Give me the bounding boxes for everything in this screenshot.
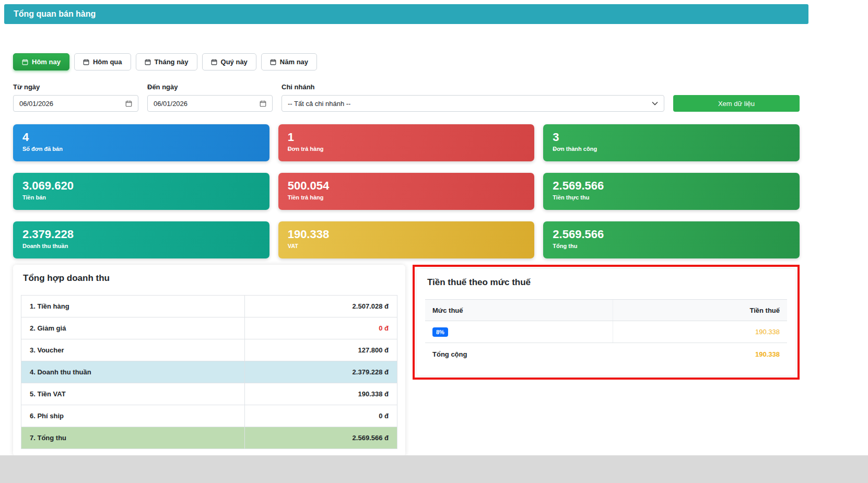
calendar-icon bbox=[22, 59, 28, 65]
stat-label: Doanh thu thuần bbox=[22, 243, 260, 249]
row-label: 1. Tiền hàng bbox=[21, 296, 245, 317]
page-header: Tổng quan bán hàng bbox=[4, 4, 808, 24]
tax-amount-column-header: Tiền thuế bbox=[613, 307, 787, 314]
row-label: 3. Voucher bbox=[21, 339, 245, 361]
calendar-icon bbox=[270, 59, 276, 65]
table-row: 2. Giảm giá 0 đ bbox=[21, 317, 397, 339]
row-value: 2.569.566 đ bbox=[245, 427, 397, 449]
row-value: 2.507.028 đ bbox=[245, 296, 397, 317]
table-row: 6. Phí ship 0 đ bbox=[21, 405, 397, 427]
row-value: 0 đ bbox=[245, 317, 397, 339]
tax-rate-badge[interactable]: 8% bbox=[432, 327, 448, 337]
stat-card-orders-sold: 4 Số đơn đã bán bbox=[13, 124, 269, 161]
table-row: 5. Tiền VAT 190.338 đ bbox=[21, 383, 397, 405]
row-label: 4. Doanh thu thuần bbox=[21, 361, 245, 383]
row-value: 127.800 đ bbox=[245, 339, 397, 361]
filter-form-labels: Từ ngày Đến ngày Chi nhánh bbox=[13, 83, 800, 91]
view-data-button[interactable]: Xem dữ liệu bbox=[673, 95, 800, 112]
stat-value: 4 bbox=[22, 131, 260, 144]
stat-label: Đơn trả hàng bbox=[288, 146, 525, 152]
filter-this-year-button[interactable]: Năm nay bbox=[261, 53, 317, 70]
stat-card-grid: 4 Số đơn đã bán 1 Đơn trả hàng 3 Đơn thà… bbox=[13, 124, 800, 258]
to-date-value: 06/01/2026 bbox=[154, 100, 187, 108]
row-value: 190.338 đ bbox=[245, 383, 397, 405]
tax-panel: Tiền thuế theo mức thuế Mức thuế Tiền th… bbox=[417, 269, 795, 375]
table-row: 1. Tiền hàng 2.507.028 đ bbox=[21, 296, 397, 317]
tax-amount-cell: 190.338 bbox=[613, 328, 787, 336]
tax-total-label: Tổng cộng bbox=[425, 350, 613, 358]
chevron-down-icon bbox=[652, 101, 658, 105]
row-label: 2. Giảm giá bbox=[21, 317, 245, 339]
stat-card-orders-returned: 1 Đơn trả hàng bbox=[278, 124, 535, 161]
stat-label: Tổng thu bbox=[553, 243, 790, 249]
tax-table-row: 8% 190.338 bbox=[425, 321, 787, 343]
row-value: 2.379.228 đ bbox=[245, 361, 397, 383]
stat-label: Đơn thành công bbox=[553, 146, 790, 152]
quick-filter-bar: Hôm nay Hôm qua Tháng này Quý này Năm na… bbox=[13, 53, 800, 70]
filter-this-month-button[interactable]: Tháng này bbox=[136, 53, 197, 70]
stat-label: VAT bbox=[288, 243, 525, 249]
from-date-value: 06/01/2026 bbox=[19, 100, 53, 108]
filter-form-row: 06/01/2026 06/01/2026 -- Tất cả chi nhán… bbox=[13, 95, 800, 112]
filter-button-label: Năm nay bbox=[280, 58, 308, 66]
branch-select[interactable]: -- Tất cả chi nhánh -- bbox=[281, 95, 664, 112]
row-label: 6. Phí ship bbox=[21, 405, 245, 427]
to-date-label: Đến ngày bbox=[147, 83, 273, 91]
tax-table-total-row: Tổng cộng 190.338 bbox=[425, 343, 787, 365]
page-bottom-strip bbox=[0, 455, 868, 483]
stat-label: Tiền thực thu bbox=[553, 194, 790, 201]
filter-yesterday-button[interactable]: Hôm qua bbox=[74, 53, 131, 70]
tax-total-value: 190.338 bbox=[613, 350, 787, 358]
row-label: 5. Tiền VAT bbox=[21, 383, 245, 405]
filter-this-quarter-button[interactable]: Quý này bbox=[202, 53, 256, 70]
stat-value: 3.069.620 bbox=[22, 179, 260, 193]
stat-card-net-revenue: 2.379.228 Doanh thu thuần bbox=[13, 221, 269, 258]
stat-label: Tiền bán bbox=[22, 194, 260, 201]
tax-rate-cell: 8% bbox=[425, 321, 613, 343]
stat-card-total-revenue: 2.569.566 Tổng thu bbox=[543, 221, 800, 258]
bottom-section: Tổng hợp doanh thu 1. Tiền hàng 2.507.02… bbox=[13, 265, 800, 456]
from-date-label: Từ ngày bbox=[13, 83, 138, 91]
branch-select-value: -- Tất cả chi nhánh -- bbox=[288, 100, 350, 108]
row-label: 7. Tổng thu bbox=[21, 427, 245, 449]
stat-card-sales-amount: 3.069.620 Tiền bán bbox=[13, 173, 269, 210]
calendar-icon bbox=[83, 59, 89, 65]
content-area: Hôm nay Hôm qua Tháng này Quý này Năm na… bbox=[4, 53, 808, 456]
calendar-icon[interactable] bbox=[125, 100, 132, 107]
from-date-input[interactable]: 06/01/2026 bbox=[13, 95, 138, 112]
stat-value: 3 bbox=[553, 131, 790, 144]
calendar-icon bbox=[211, 59, 217, 65]
revenue-summary-table: 1. Tiền hàng 2.507.028 đ 2. Giảm giá 0 đ… bbox=[21, 295, 397, 449]
sales-overview-page: Tổng quan bán hàng Hôm nay Hôm qua Tháng… bbox=[4, 4, 808, 456]
filter-today-button[interactable]: Hôm nay bbox=[13, 53, 69, 70]
filter-button-label: Hôm nay bbox=[32, 58, 61, 66]
table-row: 3. Voucher 127.800 đ bbox=[21, 339, 397, 361]
stat-card-vat: 190.338 VAT bbox=[278, 221, 535, 258]
table-row-highlight-net-revenue: 4. Doanh thu thuần 2.379.228 đ bbox=[21, 361, 397, 383]
page-title: Tổng quan bán hàng bbox=[14, 9, 96, 19]
stat-card-actual-revenue: 2.569.566 Tiền thực thu bbox=[543, 173, 800, 210]
tax-table: Mức thuế Tiền thuế 8% 190.338 Tổng cộng … bbox=[425, 299, 787, 365]
stat-label: Tiền trả hàng bbox=[288, 194, 525, 201]
stat-value: 2.569.566 bbox=[553, 228, 790, 241]
stat-value: 190.338 bbox=[288, 228, 525, 241]
filter-button-label: Hôm qua bbox=[93, 58, 122, 66]
stat-value: 2.569.566 bbox=[553, 179, 790, 193]
filter-button-label: Quý này bbox=[221, 58, 248, 66]
revenue-summary-panel: Tổng hợp doanh thu 1. Tiền hàng 2.507.02… bbox=[13, 265, 405, 456]
annotation-highlight-box: Tiền thuế theo mức thuế Mức thuế Tiền th… bbox=[413, 265, 800, 380]
revenue-summary-title: Tổng hợp doanh thu bbox=[21, 272, 397, 284]
calendar-icon bbox=[145, 59, 151, 65]
row-value: 0 đ bbox=[245, 405, 397, 427]
stat-value: 1 bbox=[288, 131, 525, 144]
tax-rate-column-header: Mức thuế bbox=[425, 300, 613, 321]
stat-value: 2.379.228 bbox=[22, 228, 260, 241]
tax-panel-title: Tiền thuế theo mức thuế bbox=[425, 276, 787, 288]
stat-label: Số đơn đã bán bbox=[22, 146, 260, 152]
calendar-icon[interactable] bbox=[260, 100, 266, 107]
to-date-input[interactable]: 06/01/2026 bbox=[147, 95, 273, 112]
filter-button-label: Tháng này bbox=[155, 58, 189, 66]
stat-card-return-amount: 500.054 Tiền trả hàng bbox=[278, 173, 535, 210]
stat-card-orders-success: 3 Đơn thành công bbox=[543, 124, 800, 161]
branch-label: Chi nhánh bbox=[281, 83, 664, 91]
